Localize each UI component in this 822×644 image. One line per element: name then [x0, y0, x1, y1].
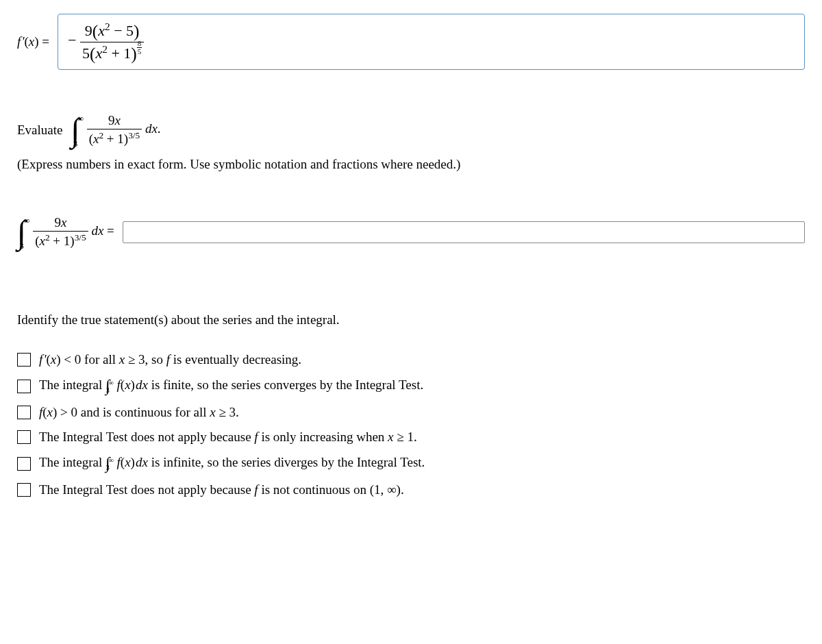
opt-checkbox-2[interactable] [17, 406, 31, 419]
derivative-row: f '(x) = − 9(x2 − 5)5(x2 + 1)85 [17, 14, 805, 70]
opt-checkbox-1[interactable] [17, 380, 31, 393]
opt-label-1: The integral ∫∞3 f(x) dx is finite, so t… [39, 377, 423, 395]
opt-checkbox-0[interactable] [17, 353, 31, 367]
opt-row-3: The Integral Test does not apply because… [17, 430, 805, 445]
opt-row-1: The integral ∫∞3 f(x) dx is finite, so t… [17, 377, 805, 395]
opt-row-2: f(x) > 0 and is continuous for all x ≥ 3… [17, 405, 805, 420]
opt-label-0: f '(x) < 0 for all x ≥ 3, so f is eventu… [39, 352, 301, 367]
checkbox-list: f '(x) < 0 for all x ≥ 3, so f is eventu… [17, 352, 805, 497]
derivative-lhs: f '(x) = [17, 34, 49, 49]
opt-label-3: The Integral Test does not apply because… [39, 430, 417, 445]
integral-answer-input[interactable] [123, 221, 805, 243]
evaluate-integral: ∫∞3 9x(x2 + 1)3/5 dx. [71, 111, 160, 149]
integral-answer-row: ∫∞3 9x(x2 + 1)3/5 dx = [17, 213, 805, 251]
opt-row-0: f '(x) < 0 for all x ≥ 3, so f is eventu… [17, 352, 805, 367]
opt-checkbox-4[interactable] [17, 457, 31, 471]
opt-row-4: The integral ∫∞3 f(x) dx is infinite, so… [17, 454, 805, 473]
evaluate-label: Evaluate [17, 123, 62, 138]
opt-label-4: The integral ∫∞3 f(x) dx is infinite, so… [39, 454, 425, 473]
opt-row-5: The Integral Test does not apply because… [17, 482, 805, 497]
opt-checkbox-3[interactable] [17, 430, 31, 444]
evaluate-row: Evaluate ∫∞3 9x(x2 + 1)3/5 dx. [17, 111, 805, 149]
opt-checkbox-5[interactable] [17, 483, 31, 497]
integral-answer-lhs: ∫∞3 9x(x2 + 1)3/5 dx = [17, 213, 114, 251]
derivative-answer-box[interactable]: − 9(x2 − 5)5(x2 + 1)85 [58, 14, 805, 70]
derivative-answer-content: − 9(x2 − 5)5(x2 + 1)85 [68, 21, 144, 63]
opt-label-5: The Integral Test does not apply because… [39, 482, 404, 497]
identify-prompt: Identify the true statement(s) about the… [17, 312, 805, 327]
opt-label-2: f(x) > 0 and is continuous for all x ≥ 3… [39, 405, 239, 420]
evaluate-instruction: (Express numbers in exact form. Use symb… [17, 157, 805, 172]
